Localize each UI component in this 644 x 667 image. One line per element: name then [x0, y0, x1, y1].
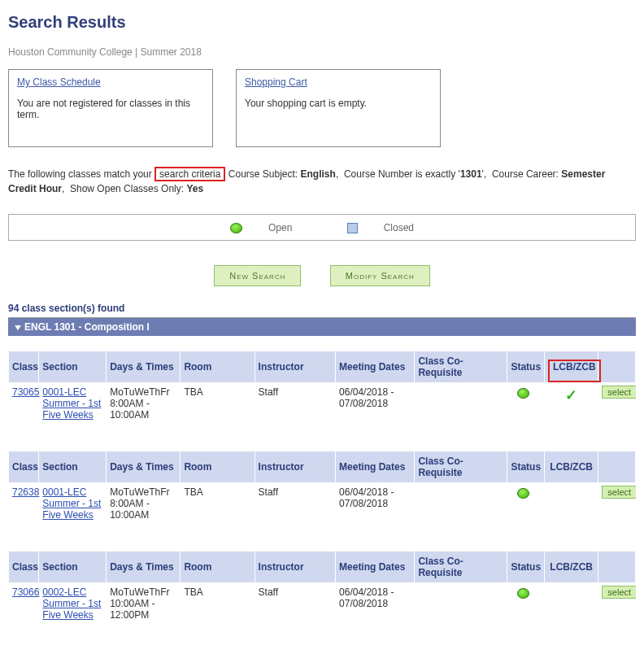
table-row: 730650001-LECSummer - 1st Five WeeksMoTu… — [9, 383, 636, 436]
coreq — [415, 483, 507, 536]
shopping-cart-panel: Shopping Cart Your shopping cart is empt… — [236, 69, 441, 147]
my-class-schedule-panel: My Class Schedule You are not registered… — [8, 69, 213, 147]
meeting-dates: 06/04/2018 - 07/08/2018 — [336, 383, 415, 436]
col-section: Section — [39, 551, 107, 583]
collapse-triangle-icon — [15, 325, 21, 330]
table-row: 726380001-LECSummer - 1st Five WeeksMoTu… — [9, 483, 636, 536]
days-times: MoTuWeThFr 8:00AM - 10:00AM — [107, 483, 181, 536]
col-coreq: Class Co-Requisite — [415, 551, 507, 583]
open-status-icon — [517, 588, 529, 599]
section-term-link[interactable]: Summer - 1st Five Weeks — [42, 598, 101, 621]
lcb-cell — [545, 483, 598, 536]
open-status-icon — [517, 388, 529, 399]
col-lcb: LCB/ZCB — [545, 451, 598, 483]
section-table: ClassSectionDays & TimesRoomInstructorMe… — [8, 351, 636, 436]
search-buttons-row: New Search Modify Search — [8, 265, 636, 286]
status-cell — [507, 483, 545, 536]
col-instructor: Instructor — [255, 351, 335, 383]
room: TBA — [181, 383, 255, 436]
col-days: Days & Times — [107, 351, 181, 383]
status-cell — [507, 583, 545, 636]
room: TBA — [181, 483, 255, 536]
section-term-link[interactable]: Summer - 1st Five Weeks — [42, 498, 101, 521]
col-select — [598, 451, 636, 483]
status-legend: Open Closed — [8, 214, 636, 241]
course-collapse-header[interactable]: ENGL 1301 - Composition I — [8, 318, 636, 336]
col-instructor: Instructor — [255, 451, 335, 483]
col-meeting: Meeting Dates — [336, 351, 415, 383]
col-room: Room — [181, 351, 255, 383]
instructor: Staff — [255, 583, 335, 636]
col-section: Section — [39, 351, 107, 383]
select-button[interactable]: select — [602, 386, 636, 399]
section-code-link[interactable]: 0001-LEC — [42, 386, 86, 398]
col-status: Status — [507, 351, 545, 383]
shopping-cart-body: Your shopping cart is empty. — [245, 98, 432, 109]
instructor: Staff — [255, 383, 335, 436]
room: TBA — [181, 583, 255, 636]
lcb-cell — [545, 583, 598, 636]
col-coreq: Class Co-Requisite — [415, 351, 507, 383]
col-select — [598, 551, 636, 583]
lcb-cell: ✓ — [545, 383, 598, 436]
col-section: Section — [39, 451, 107, 483]
criteria-summary: The following classes match your search … — [8, 167, 636, 196]
col-days: Days & Times — [107, 451, 181, 483]
institution-term: Houston Community College | Summer 2018 — [8, 46, 636, 58]
select-button[interactable]: select — [602, 586, 636, 599]
modify-search-button[interactable]: Modify Search — [330, 265, 430, 286]
check-icon: ✓ — [565, 387, 577, 403]
open-status-icon — [230, 223, 242, 233]
search-criteria-highlight: search criteria — [154, 167, 225, 181]
class-number-link[interactable]: 73065 — [12, 386, 39, 398]
col-coreq: Class Co-Requisite — [415, 451, 507, 483]
section-code-link[interactable]: 0002-LEC — [42, 586, 86, 598]
col-class: Class — [9, 451, 39, 483]
days-times: MoTuWeThFr 10:00AM - 12:00PM — [107, 583, 181, 636]
col-meeting: Meeting Dates — [336, 451, 415, 483]
instructor: Staff — [255, 483, 335, 536]
class-number-link[interactable]: 72638 — [12, 486, 39, 498]
col-class: Class — [9, 551, 39, 583]
col-days: Days & Times — [107, 551, 181, 583]
col-instructor: Instructor — [255, 551, 335, 583]
select-button[interactable]: select — [602, 486, 636, 499]
section-code-link[interactable]: 0001-LEC — [42, 486, 86, 498]
col-status: Status — [507, 451, 545, 483]
col-status: Status — [507, 551, 545, 583]
status-cell — [507, 383, 545, 436]
section-table: ClassSectionDays & TimesRoomInstructorMe… — [8, 551, 636, 636]
shopping-cart-link[interactable]: Shopping Cart — [245, 76, 307, 88]
col-select — [598, 351, 636, 383]
table-row: 730660002-LECSummer - 1st Five WeeksMoTu… — [9, 583, 636, 636]
section-term-link[interactable]: Summer - 1st Five Weeks — [42, 398, 101, 421]
col-meeting: Meeting Dates — [336, 551, 415, 583]
col-lcb: LCB/ZCB — [545, 551, 598, 583]
meeting-dates: 06/04/2018 - 07/08/2018 — [336, 583, 415, 636]
col-room: Room — [181, 551, 255, 583]
page-title: Search Results — [8, 13, 636, 32]
my-class-schedule-body: You are not registered for classes in th… — [17, 98, 204, 120]
section-table: ClassSectionDays & TimesRoomInstructorMe… — [8, 451, 636, 536]
results-count: 94 class section(s) found — [8, 303, 636, 318]
lcb-highlight: LCB/ZCB — [548, 360, 601, 382]
coreq — [415, 583, 507, 636]
days-times: MoTuWeThFr 8:00AM - 10:00AM — [107, 383, 181, 436]
col-lcb: LCB/ZCB — [545, 351, 598, 383]
my-class-schedule-link[interactable]: My Class Schedule — [17, 76, 101, 88]
meeting-dates: 06/04/2018 - 07/08/2018 — [336, 483, 415, 536]
col-class: Class — [9, 351, 39, 383]
open-status-icon — [517, 488, 529, 499]
class-number-link[interactable]: 73066 — [12, 586, 39, 598]
closed-status-icon — [347, 223, 358, 233]
coreq — [415, 383, 507, 436]
new-search-button[interactable]: New Search — [214, 265, 301, 286]
col-room: Room — [181, 451, 255, 483]
info-panels: My Class Schedule You are not registered… — [8, 69, 636, 147]
